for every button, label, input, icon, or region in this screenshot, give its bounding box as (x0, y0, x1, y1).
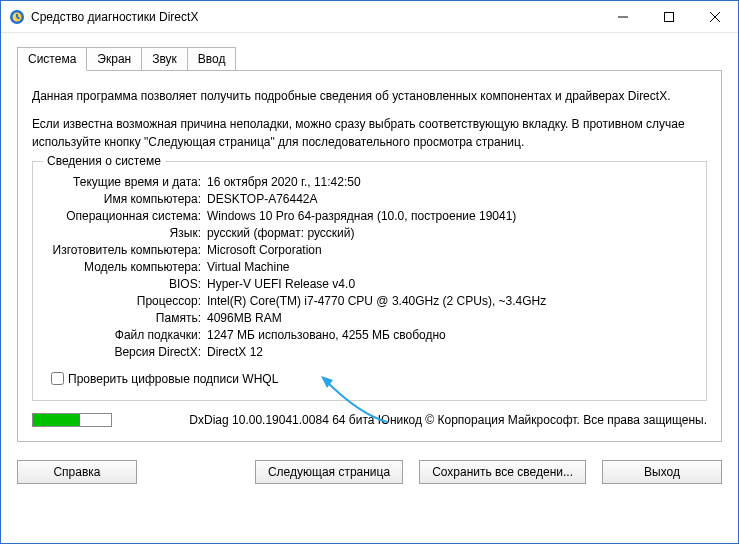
info-row: Модель компьютера:Virtual Machine (47, 260, 692, 274)
info-row: Имя компьютера:DESKTOP-A76442A (47, 192, 692, 206)
label-language: Язык: (47, 226, 207, 240)
tab-panel-system: Данная программа позволяет получить подр… (17, 70, 722, 442)
progress-bar (32, 413, 112, 427)
label-manufacturer: Изготовитель компьютера: (47, 243, 207, 257)
content-area: Система Экран Звук Ввод Данная программа… (1, 33, 738, 454)
tab-sound[interactable]: Звук (141, 47, 188, 71)
next-page-button[interactable]: Следующая страница (255, 460, 403, 484)
label-memory: Память: (47, 311, 207, 325)
whql-label: Проверить цифровые подписи WHQL (68, 372, 278, 386)
value-computername: DESKTOP-A76442A (207, 192, 692, 206)
whql-checkbox[interactable] (51, 372, 64, 385)
label-directx: Версия DirectX: (47, 345, 207, 359)
svg-rect-5 (665, 12, 674, 21)
info-row: Операционная система:Windows 10 Pro 64-р… (47, 209, 692, 223)
window-title: Средство диагностики DirectX (31, 10, 600, 24)
tab-display[interactable]: Экран (86, 47, 142, 71)
label-cpu: Процессор: (47, 294, 207, 308)
help-button[interactable]: Справка (17, 460, 137, 484)
value-bios: Hyper-V UEFI Release v4.0 (207, 277, 692, 291)
value-language: русский (формат: русский) (207, 226, 692, 240)
intro-text-2: Если известна возможная причина неполадк… (32, 115, 707, 151)
label-model: Модель компьютера: (47, 260, 207, 274)
label-pagefile: Файл подкачки: (47, 328, 207, 342)
maximize-button[interactable] (646, 1, 692, 32)
info-row: Память:4096MB RAM (47, 311, 692, 325)
value-manufacturer: Microsoft Corporation (207, 243, 692, 257)
tab-strip: Система Экран Звук Ввод (17, 47, 722, 71)
label-computername: Имя компьютера: (47, 192, 207, 206)
tab-input[interactable]: Ввод (187, 47, 237, 71)
value-os: Windows 10 Pro 64-разрядная (10.0, постр… (207, 209, 692, 223)
info-row: Текущие время и дата:16 октября 2020 г.,… (47, 175, 692, 189)
label-os: Операционная система: (47, 209, 207, 223)
tab-system[interactable]: Система (17, 47, 87, 71)
info-row: Процессор:Intel(R) Core(TM) i7-4770 CPU … (47, 294, 692, 308)
info-row: Изготовитель компьютера:Microsoft Corpor… (47, 243, 692, 257)
save-all-button[interactable]: Сохранить все сведени... (419, 460, 586, 484)
system-info-group: Сведения о системе Текущие время и дата:… (32, 161, 707, 401)
whql-check-row: Проверить цифровые подписи WHQL (47, 369, 692, 388)
info-row: Версия DirectX:DirectX 12 (47, 345, 692, 359)
value-datetime: 16 октября 2020 г., 11:42:50 (207, 175, 692, 189)
value-memory: 4096MB RAM (207, 311, 692, 325)
status-row: DxDiag 10.00.19041.0084 64 бита Юникод ©… (32, 413, 707, 427)
value-model: Virtual Machine (207, 260, 692, 274)
intro-text-1: Данная программа позволяет получить подр… (32, 87, 707, 105)
info-row: Язык:русский (формат: русский) (47, 226, 692, 240)
info-row: Файл подкачки:1247 МБ использовано, 4255… (47, 328, 692, 342)
info-row: BIOS:Hyper-V UEFI Release v4.0 (47, 277, 692, 291)
label-datetime: Текущие время и дата: (47, 175, 207, 189)
button-bar: Справка Следующая страница Сохранить все… (1, 454, 738, 496)
group-legend: Сведения о системе (43, 154, 165, 168)
exit-button[interactable]: Выход (602, 460, 722, 484)
value-directx: DirectX 12 (207, 345, 692, 359)
value-cpu: Intel(R) Core(TM) i7-4770 CPU @ 3.40GHz … (207, 294, 692, 308)
app-icon (9, 9, 25, 25)
label-bios: BIOS: (47, 277, 207, 291)
progress-fill (33, 414, 80, 426)
minimize-button[interactable] (600, 1, 646, 32)
spacer (153, 460, 239, 484)
close-button[interactable] (692, 1, 738, 32)
footer-text: DxDiag 10.00.19041.0084 64 бита Юникод ©… (124, 413, 707, 427)
window-controls (600, 1, 738, 32)
titlebar: Средство диагностики DirectX (1, 1, 738, 33)
value-pagefile: 1247 МБ использовано, 4255 МБ свободно (207, 328, 692, 342)
